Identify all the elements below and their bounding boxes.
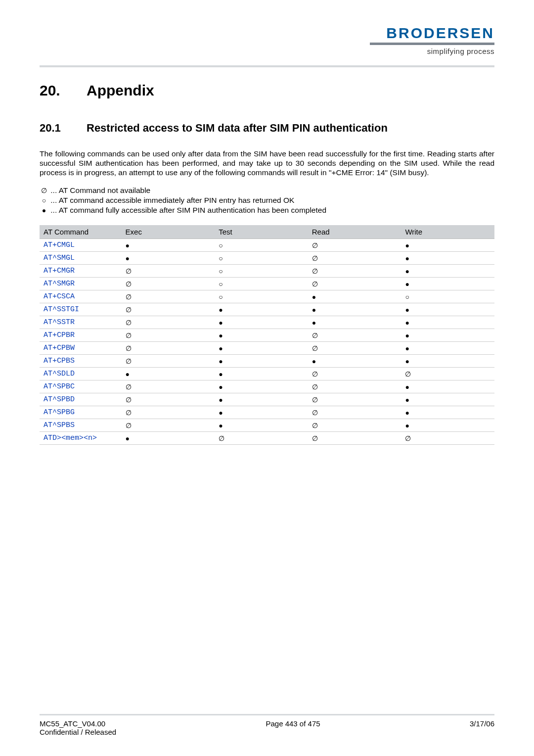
legend-symbol-na: ∅ [40,186,48,195]
section-number: 20.1 [40,122,87,135]
page-header: BRODERSEN simplifying process [40,25,494,55]
cell-read: ● [308,316,401,329]
legend-text-full: ... AT command fully accessible after SI… [50,206,326,214]
cell-read: ∅ [308,342,401,355]
cell-test: ● [215,355,308,368]
cell-read: ∅ [308,406,401,419]
chapter-heading: 20.Appendix [40,82,494,99]
cell-write: ● [401,355,494,368]
table-row: AT^SMGL●○∅● [40,252,494,265]
cell-exec: ∅ [122,316,215,329]
th-test: Test [215,225,308,239]
table-row: AT+CPBW∅●∅● [40,342,494,355]
cell-read: ∅ [308,393,401,406]
cell-write: ∅ [401,432,494,445]
table-row: AT+CSCA∅○●○ [40,290,494,303]
cell-write: ○ [401,290,494,303]
page-footer: MC55_ATC_V04.00 Confidential / Released … [40,715,494,736]
cell-command: AT^SMGL [40,252,122,265]
cell-write: ● [401,329,494,342]
cell-write: ● [401,316,494,329]
cell-write: ● [401,419,494,432]
cell-command: ATD><mem><n> [40,432,122,445]
cell-read: ∅ [308,432,401,445]
cell-read: ∅ [308,278,401,290]
cell-exec: ∅ [122,406,215,419]
table-row: AT+CPBR∅●∅● [40,329,494,342]
th-read: Read [308,225,401,239]
cell-test: ● [215,406,308,419]
cell-test: ● [215,419,308,432]
cell-exec: ∅ [122,278,215,290]
table-row: AT^SPBS∅●∅● [40,419,494,432]
cell-read: ∅ [308,329,401,342]
cell-command: AT^SPBD [40,393,122,406]
table-row: ATD><mem><n>●∅∅∅ [40,432,494,445]
legend-symbol-full: ● [40,206,48,215]
legend-text-na: ... AT Command not available [50,186,150,194]
cell-exec: ● [122,252,215,265]
cell-command: AT^SPBS [40,419,122,432]
cell-test: ● [215,393,308,406]
cell-exec: ● [122,432,215,445]
cell-read: ∅ [308,380,401,393]
cell-exec: ∅ [122,355,215,368]
table-row: AT^SSTR∅●●● [40,316,494,329]
cell-write: ● [401,278,494,290]
cell-write: ● [401,406,494,419]
cell-read: ● [308,355,401,368]
cell-command: AT^SPBG [40,406,122,419]
table-row: AT^SPBD∅●∅● [40,393,494,406]
cell-command: AT+CSCA [40,290,122,303]
cell-command: AT^SDLD [40,368,122,380]
table-row: AT+CPBS∅●●● [40,355,494,368]
cell-test: ○ [215,278,308,290]
header-rule [40,65,494,67]
page: BRODERSEN simplifying process 20.Appendi… [0,0,534,756]
cell-test: ○ [215,239,308,252]
footer-left: MC55_ATC_V04.00 Confidential / Released [40,719,116,736]
table-row: AT+CMGR∅○∅● [40,265,494,278]
cell-read: ∅ [308,265,401,278]
intro-paragraph: The following commands can be used only … [40,149,494,178]
cell-write: ● [401,380,494,393]
legend-symbol-open: ○ [40,196,48,205]
cell-command: AT^SSTGI [40,303,122,316]
footer-confidentiality: Confidential / Released [40,728,116,736]
table-row: AT^SPBG∅●∅● [40,406,494,419]
legend-text-open: ... AT command accessible immediately af… [50,196,294,204]
logo-block: BRODERSEN simplifying process [370,25,494,55]
chapter-number: 20. [40,82,87,99]
cell-command: AT+CPBS [40,355,122,368]
footer-doc-id: MC55_ATC_V04.00 [40,719,105,728]
cell-command: AT^SMGR [40,278,122,290]
legend-row-open: ○ ... AT command accessible immediately … [40,195,494,205]
table-body: AT+CMGL●○∅●AT^SMGL●○∅●AT+CMGR∅○∅●AT^SMGR… [40,239,494,445]
cell-command: AT+CPBR [40,329,122,342]
cell-command: AT^SSTR [40,316,122,329]
cell-command: AT+CMGL [40,239,122,252]
cell-read: ∅ [308,368,401,380]
table-row: AT+CMGL●○∅● [40,239,494,252]
cell-test: ● [215,342,308,355]
table-row: AT^SPBC∅●∅● [40,380,494,393]
cell-exec: ∅ [122,303,215,316]
cell-command: AT+CMGR [40,265,122,278]
cell-read: ∅ [308,239,401,252]
cell-test: ○ [215,252,308,265]
cell-read: ∅ [308,252,401,265]
table-row: AT^SDLD●●∅∅ [40,368,494,380]
cell-test: ∅ [215,432,308,445]
cell-write: ● [401,265,494,278]
section-title: Restricted access to SIM data after SIM … [87,122,388,134]
cell-test: ● [215,368,308,380]
commands-table: AT Command Exec Test Read Write AT+CMGL●… [40,225,494,445]
cell-test: ● [215,380,308,393]
th-exec: Exec [122,225,215,239]
cell-command: AT^SPBC [40,380,122,393]
cell-command: AT+CPBW [40,342,122,355]
cell-write: ● [401,393,494,406]
footer-page: Page 443 of 475 [116,719,470,736]
cell-test: ● [215,316,308,329]
legend: ∅ ... AT Command not available ○ ... AT … [40,186,494,215]
